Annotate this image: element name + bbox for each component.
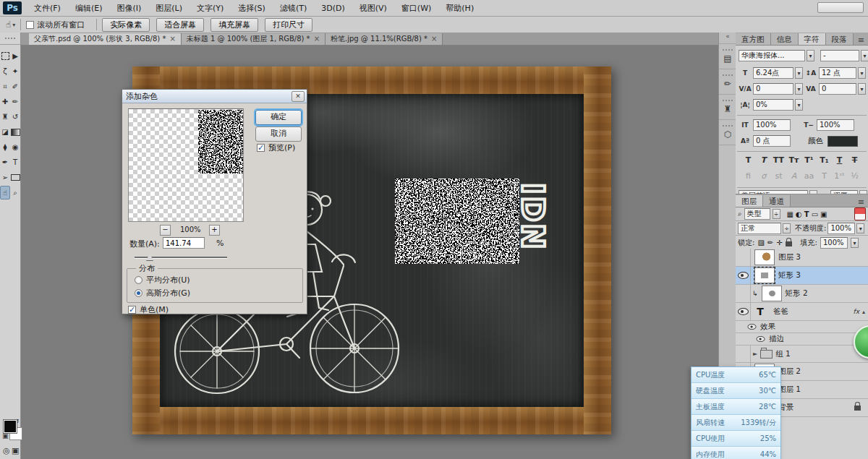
move-tool[interactable]: ▶ (10, 49, 20, 63)
subscript-button[interactable]: T₁ (817, 155, 831, 165)
lock-transparent-icon[interactable]: ▨ (757, 239, 764, 246)
hand-tool-option-icon[interactable]: ☝ (6, 20, 11, 30)
brush-tool[interactable]: ✏ (10, 95, 20, 108)
layer-filter-toggle[interactable] (854, 207, 866, 220)
history-brush-tool[interactable]: ↺ (10, 110, 20, 124)
dialog-close-icon[interactable]: ✕ (292, 91, 305, 102)
menu-file[interactable]: 文件(F) (27, 1, 67, 15)
font-family-dropdown-icon[interactable]: ▾ (807, 50, 814, 61)
font-size-field[interactable]: 6.24点 (753, 67, 793, 79)
layer-name[interactable]: 图层 3 (778, 252, 801, 262)
filter-kind-select[interactable]: 类型 (744, 208, 770, 220)
font-style-field[interactable]: - (820, 50, 859, 61)
layer-thumbnail[interactable] (754, 267, 775, 283)
layer-name[interactable]: 矩形 2 (786, 288, 808, 299)
lock-all-icon[interactable] (786, 241, 792, 246)
fx-badge[interactable]: fx (853, 308, 859, 315)
actual-pixels-button[interactable]: 实际像素 (102, 18, 150, 32)
noise-preview-box[interactable] (128, 108, 244, 222)
ot-ordinals-button[interactable]: 1ˢᵗ (833, 171, 846, 181)
visibility-toggle[interactable] (736, 303, 751, 320)
tool-preset-dropdown-icon[interactable]: ▾ (12, 22, 15, 28)
tab-histogram[interactable]: 直方图 (736, 33, 771, 45)
layer-thumbnail[interactable] (762, 286, 782, 301)
uniform-radio[interactable] (135, 276, 142, 284)
eraser-tool[interactable]: ◪ (0, 125, 10, 139)
close-tab-icon[interactable]: × (169, 35, 175, 43)
rectangular-marquee-tool[interactable] (0, 49, 10, 63)
faux-italic-button[interactable]: T (757, 155, 770, 165)
visibility-toggle[interactable] (736, 346, 751, 362)
dock-collapse-control[interactable]: « (719, 33, 736, 44)
collapsed-panel-clone-source[interactable]: ♜ (719, 95, 736, 120)
all-caps-button[interactable]: TT (772, 155, 786, 165)
leading-dropdown-icon[interactable]: ▾ (858, 67, 866, 79)
tsume-field[interactable]: 0% (753, 99, 793, 111)
eyedropper-tool[interactable]: ✐ (10, 80, 20, 93)
document-tab-3[interactable]: 粉笔.jpg @ 11.1%(RGB/8) *× (326, 33, 443, 45)
visibility-toggle[interactable] (736, 267, 751, 284)
filter-adjustment-icon[interactable]: ◐ (796, 210, 802, 218)
underline-button[interactable]: T (833, 155, 846, 165)
layer-name[interactable]: 矩形 3 (778, 270, 801, 280)
layer-name[interactable]: 图层 2 (778, 366, 801, 377)
workspace-switcher[interactable] (817, 2, 864, 13)
kerning-dropdown-icon[interactable]: ▾ (795, 83, 803, 95)
tab-channels[interactable]: 通道 (763, 195, 791, 207)
menu-window[interactable]: 窗口(W) (395, 1, 438, 15)
font-family-field[interactable]: 华康海报体... (739, 50, 805, 61)
collapsed-panel-history[interactable]: ▤ (719, 44, 736, 69)
ot-stylistic-button[interactable]: aa (802, 171, 816, 181)
layer-row-group1[interactable]: ► 组 1 (736, 346, 868, 363)
small-caps-button[interactable]: Tᴛ (787, 155, 801, 165)
filter-smart-object-icon[interactable]: ▣ (820, 210, 827, 218)
layer-row-text-baba[interactable]: T 爸爸 fx ▴ (736, 303, 868, 321)
shape-tool[interactable] (10, 171, 20, 184)
document-tab-1[interactable]: 父亲节.psd @ 100% (形状 3, RGB/8) *× (29, 33, 182, 45)
layer-row-juxing3-selected[interactable]: 矩形 3 (736, 267, 868, 285)
document-tab-2[interactable]: 未标题 1 @ 100% (图层 1, RGB/8) *× (182, 33, 326, 45)
type-tool[interactable]: T (10, 155, 20, 169)
quick-mask-button[interactable]: ◎ (3, 446, 10, 455)
menu-image[interactable]: 图像(I) (110, 1, 148, 15)
font-size-dropdown-icon[interactable]: ▾ (795, 67, 803, 79)
zoom-tool[interactable]: ⌕ (10, 186, 20, 200)
lock-paint-icon[interactable]: ✏ (767, 239, 773, 246)
filter-type-icon[interactable]: T (804, 210, 809, 218)
hardware-monitor-overlay[interactable]: CPU温度 65℃ 硬盘温度 30℃ 主板温度 28℃ 风扇转速 1339转/分… (691, 366, 781, 459)
blur-tool[interactable]: ⧫ (0, 140, 10, 154)
ot-ligatures-button[interactable]: fi (741, 171, 755, 181)
tracking-field[interactable]: 0 (819, 83, 856, 95)
lock-position-icon[interactable]: ✛ (776, 239, 782, 246)
opacity-field[interactable]: 100% (827, 223, 855, 234)
filter-pixel-icon[interactable]: ▦ (787, 210, 793, 218)
add-noise-dialog[interactable]: 添加杂色 ✕ − 100% + 数量(A): % 分布 平均分布(U) 高斯分布… (122, 89, 307, 314)
hand-tool[interactable]: ☝ (0, 186, 10, 200)
zoom-out-button[interactable]: − (160, 225, 171, 236)
faux-bold-button[interactable]: T (741, 155, 755, 165)
menu-help[interactable]: 帮助(H) (439, 1, 480, 15)
layers-panel-menu-icon[interactable]: ≡ (854, 197, 868, 207)
panel-menu-icon[interactable]: ≡ (854, 35, 868, 45)
opacity-dropdown-icon[interactable]: ▾ (856, 223, 864, 233)
stroke-effect-label[interactable]: 描边 (769, 334, 784, 344)
dodge-tool[interactable]: ◉ (10, 140, 20, 154)
fx-collapse-icon[interactable]: ▴ (862, 309, 865, 315)
scroll-all-windows-checkbox[interactable] (26, 21, 34, 29)
menu-filter[interactable]: 滤镜(T) (273, 1, 313, 15)
menu-layer[interactable]: 图层(L) (149, 1, 189, 15)
dialog-title-bar[interactable]: 添加杂色 ✕ (122, 90, 307, 103)
leading-field[interactable]: 12 点 (819, 67, 856, 79)
layer-name[interactable]: 图层 1 (778, 385, 801, 395)
tab-character[interactable]: 字符 (799, 33, 826, 45)
menu-view[interactable]: 视图(V) (353, 1, 393, 15)
ot-discretionary-button[interactable]: st (772, 171, 786, 181)
layer-row-effects[interactable]: 效果 (736, 321, 868, 333)
effects-label[interactable]: 效果 (760, 322, 775, 332)
tab-layers[interactable]: 图层 (736, 195, 763, 207)
group-expander-icon[interactable]: ► (753, 351, 757, 357)
layer-thumbnail[interactable] (754, 249, 775, 265)
screen-mode-button[interactable]: ▣ (12, 446, 19, 455)
vertical-scale-field[interactable]: 100% (753, 119, 791, 131)
monochrome-checkbox[interactable] (128, 306, 136, 314)
